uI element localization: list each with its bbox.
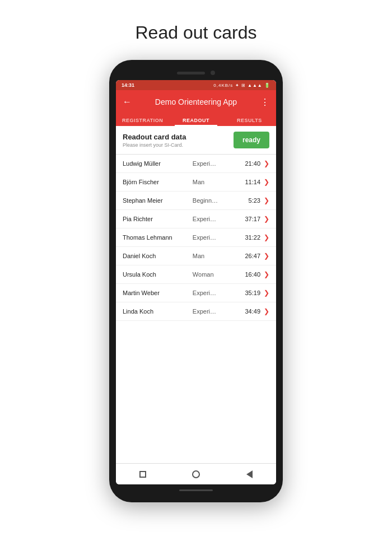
phone-screen: 14:31 0,4KB/s ✦ ⊞ ▲▲▲ 🔋 ← Demo Orienteer…	[116, 80, 276, 484]
readout-info: Readout card data Please insert your SI-…	[123, 133, 186, 148]
participant-category: Beginn…	[193, 197, 242, 204]
participant-name: Daniel Koch	[123, 253, 193, 259]
participant-category: Experi…	[193, 160, 242, 167]
participant-time: 34:49	[242, 308, 260, 315]
tab-readout[interactable]: READOUT	[169, 114, 222, 126]
participant-category: Man	[193, 253, 242, 259]
table-row[interactable]: Martin WeberExperi…35:19❯	[116, 284, 276, 302]
participant-name: Martin Weber	[123, 290, 193, 296]
participant-name: Linda Koch	[123, 308, 193, 315]
participant-time: 11:14	[242, 179, 260, 185]
chevron-down-icon: ❯	[264, 178, 269, 186]
participant-category: Experi…	[193, 234, 242, 241]
participant-category: Man	[193, 179, 242, 185]
participant-name: Stephan Meier	[123, 197, 193, 204]
nav-square-button[interactable]	[137, 469, 148, 480]
status-bar: 14:31 0,4KB/s ✦ ⊞ ▲▲▲ 🔋	[116, 80, 276, 90]
bottom-nav	[116, 463, 276, 484]
ready-button[interactable]: ready	[234, 132, 269, 148]
tab-bar: REGISTRATION READOUT RESULTS	[116, 114, 276, 126]
home-indicator	[179, 489, 213, 491]
table-row[interactable]: Thomas LehmannExperi…31:22❯	[116, 228, 276, 247]
table-row[interactable]: Ludwig MüllerExperi…21:40❯	[116, 155, 276, 173]
table-row[interactable]: Daniel KochMan26:47❯	[116, 247, 276, 265]
tab-registration[interactable]: REGISTRATION	[116, 114, 169, 126]
readout-header: Readout card data Please insert your SI-…	[116, 126, 276, 155]
chevron-down-icon: ❯	[264, 307, 269, 315]
participant-name: Thomas Lehmann	[123, 234, 193, 241]
participant-time: 16:40	[242, 271, 260, 278]
participant-category: Experi…	[193, 290, 242, 296]
participant-time: 5:23	[242, 197, 260, 204]
participant-time: 21:40	[242, 160, 260, 167]
circle-icon	[192, 470, 200, 478]
table-row[interactable]: Björn FischerMan11:14❯	[116, 173, 276, 192]
chevron-down-icon: ❯	[264, 270, 269, 278]
chevron-down-icon: ❯	[264, 160, 269, 167]
status-icons: 0,4KB/s ✦ ⊞ ▲▲▲ 🔋	[213, 83, 270, 88]
chevron-down-icon: ❯	[264, 289, 269, 297]
chevron-down-icon: ❯	[264, 215, 269, 223]
participant-name: Björn Fischer	[123, 179, 193, 185]
participant-list: Ludwig MüllerExperi…21:40❯Björn FischerM…	[116, 155, 276, 463]
phone-top-bar	[116, 67, 276, 79]
readout-title: Readout card data	[123, 133, 186, 141]
back-icon[interactable]: ←	[123, 97, 132, 107]
table-row[interactable]: Pia RichterExperi…37:17❯	[116, 210, 276, 228]
participant-time: 37:17	[242, 216, 260, 222]
participant-category: Experi…	[193, 216, 242, 222]
nav-back-button[interactable]	[244, 469, 255, 480]
tab-results[interactable]: RESULTS	[223, 114, 276, 126]
app-bar-title: Demo Orienteering App	[132, 97, 260, 106]
participant-category: Experi…	[193, 308, 242, 315]
participant-name: Pia Richter	[123, 216, 193, 222]
participant-name: Ursula Koch	[123, 271, 193, 278]
phone-shell: 14:31 0,4KB/s ✦ ⊞ ▲▲▲ 🔋 ← Demo Orienteer…	[109, 60, 283, 502]
readout-subtitle: Please insert your SI-Card.	[123, 142, 186, 148]
status-time: 14:31	[122, 82, 134, 88]
chevron-down-icon: ❯	[264, 197, 269, 204]
triangle-icon	[246, 470, 253, 478]
page-title: Read out cards	[135, 22, 256, 43]
participant-time: 26:47	[242, 253, 260, 259]
table-row[interactable]: Linda KochExperi…34:49❯	[116, 302, 276, 321]
table-row[interactable]: Stephan MeierBeginn…5:23❯	[116, 192, 276, 210]
speaker	[177, 72, 205, 74]
participant-time: 35:19	[242, 290, 260, 296]
square-icon	[139, 471, 146, 478]
chevron-down-icon: ❯	[264, 252, 269, 260]
phone-chin	[116, 484, 276, 496]
camera	[211, 71, 215, 75]
participant-name: Ludwig Müller	[123, 160, 193, 167]
chevron-down-icon: ❯	[264, 234, 269, 241]
participant-category: Woman	[193, 271, 242, 278]
table-row[interactable]: Ursula KochWoman16:40❯	[116, 265, 276, 284]
app-bar: ← Demo Orienteering App ⋮	[116, 90, 276, 114]
nav-circle-button[interactable]	[190, 469, 202, 480]
menu-icon[interactable]: ⋮	[260, 97, 269, 108]
participant-time: 31:22	[242, 234, 260, 241]
